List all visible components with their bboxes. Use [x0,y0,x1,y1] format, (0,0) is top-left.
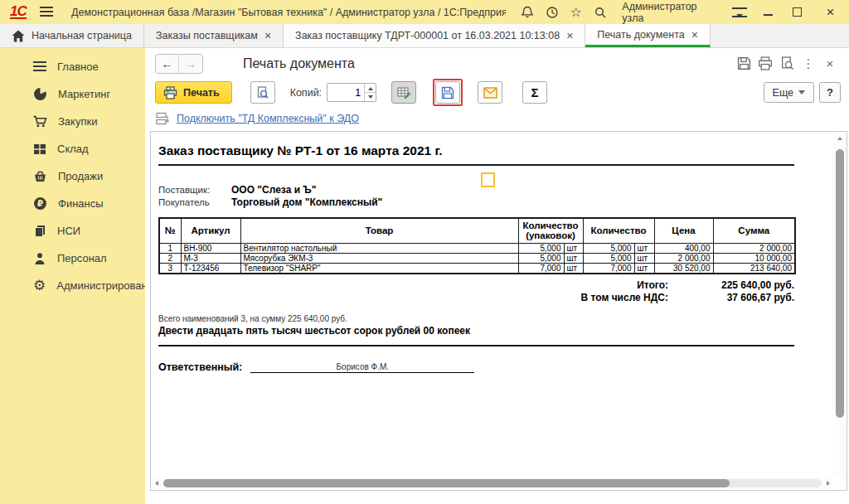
items-table: № Артикул Товар Количество (упаковок) Ко… [158,217,796,274]
col-header-qty-pack: Количество (упаковок) [518,218,583,243]
tab-supplier-orders[interactable]: Заказы поставщикам × [144,24,284,47]
sidebar-item-label: Главное [57,61,99,73]
supplier-label: Поставщик: [158,184,231,196]
copies-label: Копий: [290,87,322,99]
svg-text:₽: ₽ [37,198,43,208]
tab-close-icon[interactable]: × [691,28,698,41]
preview-button[interactable] [250,81,275,104]
col-header-price: Цена [654,218,713,243]
current-user-label[interactable]: Администратор узла [622,1,717,24]
spin-up-icon[interactable] [365,84,376,92]
sidebar-item-marketing[interactable]: Маркетинг [0,80,145,108]
sidebar-item-administration[interactable]: ⚙ Администрирование [0,272,145,299]
content-header: ← → Печать документа ⋮ × [145,48,849,79]
close-window-button[interactable]: × [822,3,839,22]
vertical-scrollbar[interactable] [833,133,846,477]
print-button[interactable]: ✔ Печать [155,81,232,104]
sidebar-item-nsi[interactable]: НСИ [0,217,145,245]
selected-cell[interactable] [481,172,495,187]
sigma-icon: Σ [531,85,539,99]
edit-table-button[interactable] [391,81,416,104]
print-toolbar: ✔ Печать Копий: [145,79,849,106]
responsible-signature: Борисов Ф.М. [250,362,474,373]
chevron-down-icon [798,90,805,98]
navigation-buttons: ← → [155,54,203,74]
books-icon [33,225,46,238]
history-icon[interactable] [543,3,560,22]
sidebar-item-label: Продажи [58,170,103,182]
sidebar-item-label: НСИ [57,225,80,237]
tab-label: Печать документа [597,29,684,41]
scroll-up-icon[interactable] [833,133,846,144]
scroll-left-icon[interactable] [152,481,162,486]
pie-chart-icon [33,87,47,101]
edo-link-row: Подключить "ТД Комплексный" к ЭДО [145,106,849,131]
table-edit-icon [397,86,411,99]
floppy-icon [441,86,454,99]
tab-print-document[interactable]: Печать документа × [585,24,711,47]
spin-down-icon[interactable] [365,92,376,101]
1c-logo: 1С [10,5,27,19]
minimize-button[interactable] [764,8,774,16]
envelope-icon [483,87,497,99]
copies-input[interactable] [327,84,364,101]
close-form-icon[interactable]: × [819,54,841,74]
sidebar-item-finance[interactable]: ₽ Финансы [0,190,145,217]
tab-close-icon[interactable]: × [566,29,573,42]
person-icon [33,252,46,265]
favorites-star-icon[interactable]: ☆ [567,3,585,22]
sidebar-item-label: Маркетинг [58,88,110,100]
preview-icon[interactable] [776,54,798,74]
printed-document: Заказ поставщику № РТ-1 от 16 марта 2021… [151,132,833,477]
save-icon[interactable] [733,54,754,74]
table-header-row: № Артикул Товар Количество (упаковок) Ко… [159,218,795,243]
send-email-button[interactable] [478,81,502,104]
sidebar-item-purchases[interactable]: Закупки [0,108,145,135]
sidebar-item-personnel[interactable]: Персонал [0,245,145,272]
items-summary-line: Всего наименований 3, на сумму 225 640,0… [158,314,833,323]
scroll-right-icon[interactable] [823,481,833,486]
tab-close-icon[interactable]: × [264,29,271,42]
col-header-num: № [159,218,181,243]
print-icon[interactable] [754,54,776,74]
notifications-bell-icon[interactable] [519,3,536,22]
svg-text:✔: ✔ [166,86,172,94]
save-spreadsheet-button[interactable] [435,81,460,104]
table-row[interactable]: 1 ВН-900 Вентилятор настольный 5,000 шт … [159,243,795,253]
tab-label: Заказы поставщикам [156,30,258,41]
supplier-value: ООО "Слеза и Ъ" [231,184,316,196]
table-row[interactable]: 2 М-3 Мясорубка ЭКМ-3 5,000 шт 5,000 шт … [159,253,795,263]
cart-icon [33,114,47,128]
save-highlight-frame [433,79,463,106]
sidebar-item-warehouse[interactable]: Склад [0,135,145,162]
sum-button[interactable]: Σ [522,81,547,104]
tab-label: Начальная страница [32,30,132,41]
more-dots-icon[interactable]: ⋮ [798,54,819,74]
printer-icon: ✔ [163,86,177,99]
search-icon[interactable] [591,3,609,22]
application-window: 1С Демонстрационная база /Магазин "Бытов… [0,0,849,504]
col-header-sum: Сумма [713,218,795,243]
forward-button[interactable]: → [179,55,202,73]
sidebar-item-label: Администрирование [56,279,159,292]
copies-stepper [327,83,376,102]
maximize-button[interactable] [793,7,802,17]
edo-connect-link[interactable]: Подключить "ТД Комплексный" к ЭДО [177,113,359,124]
horizontal-scrollbar[interactable] [152,477,833,489]
service-menu-icon[interactable] [732,7,746,17]
tab-supplier-order-document[interactable]: Заказ поставщику ТДРТ-000001 от 16.03.20… [284,24,585,47]
sidebar-item-label: Закупки [58,115,97,128]
sidebar-item-main[interactable]: Главное [0,53,145,80]
title-bar: 1С Демонстрационная база /Магазин "Бытов… [0,0,849,24]
main-menu-icon[interactable] [40,7,53,17]
horizontal-scroll-thumb[interactable] [163,479,730,487]
sidebar-item-sales[interactable]: Продажи [0,162,145,190]
more-button[interactable]: Еще [764,82,814,103]
tab-home[interactable]: Начальная страница [0,24,144,47]
help-button[interactable]: ? [819,82,841,103]
section-sidebar: Главное Маркетинг Закупки Склад Продажи … [0,48,145,504]
table-row[interactable]: 3 Т-123456 Телевизор "SHARP" 7,000 шт 7,… [159,263,795,274]
vertical-scroll-thumb[interactable] [836,149,844,418]
sidebar-item-label: Финансы [58,197,104,210]
back-button[interactable]: ← [156,55,179,73]
